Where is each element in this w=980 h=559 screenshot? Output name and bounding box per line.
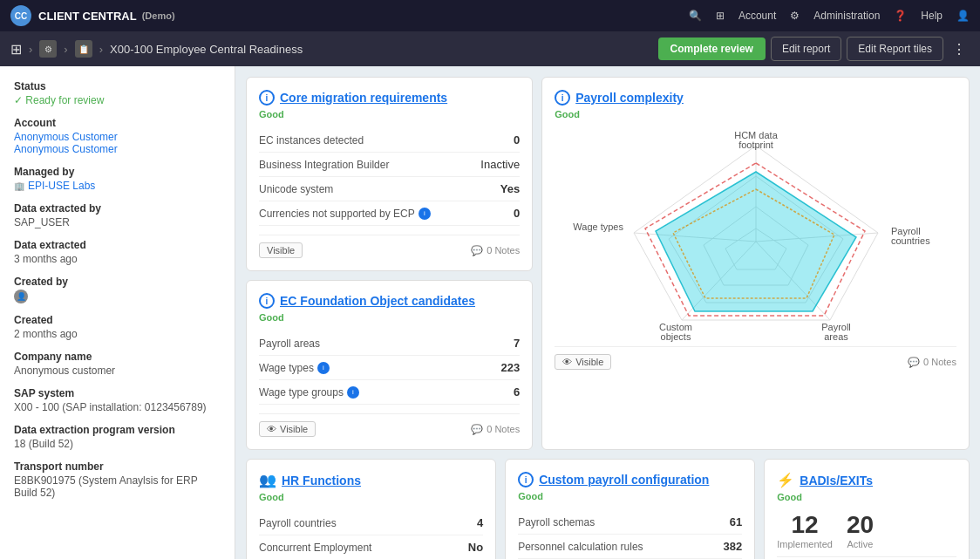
data-extracted-label: Data extracted (14, 239, 221, 251)
account-value-link[interactable]: Anonymous Customer (14, 143, 221, 155)
data-extracted-by-value: SAP_USER (14, 216, 221, 228)
account-label: Account (14, 117, 221, 129)
payroll-schemas-label: Payroll schemas (518, 516, 595, 528)
complete-review-button[interactable]: Complete review (658, 37, 766, 60)
sidebar-managed-section: Managed by 🏢 EPI-USE Labs (14, 166, 221, 192)
breadcrumb-sep3: › (99, 43, 103, 56)
edit-report-tiles-button[interactable]: Edit Report tiles (847, 37, 943, 61)
sidebar-version-section: Data extraction program version 18 (Buil… (14, 424, 221, 450)
badis-implemented-label: Implemented (777, 539, 833, 549)
top-nav: CC CLIENT CENTRAL (Demo) 🔍 ⊞ Account ⚙ A… (0, 0, 980, 31)
second-nav-left: ⊞ › ⚙ › 📋 › X00-100 Employee Central Rea… (10, 40, 303, 58)
core-migration-visible-btn[interactable]: Visible (259, 242, 303, 258)
card-row-1: i Core migration requirements Good EC in… (246, 77, 970, 450)
core-migration-info-icon[interactable]: i (259, 90, 275, 106)
account-link[interactable]: Anonymous Customer (14, 131, 221, 143)
user-icon[interactable]: 👤 (956, 10, 970, 22)
managed-by-value: EPI-USE Labs (28, 180, 95, 192)
payroll-complexity-header: i Payroll complexity (555, 90, 956, 106)
created-value: 2 months ago (14, 328, 221, 340)
report-icon[interactable]: 📋 (75, 40, 92, 58)
hr-functions-status: Good (259, 492, 483, 502)
wage-type-groups-label: Wage type groups i (259, 386, 359, 399)
hr-functions-people-icon: 👥 (259, 472, 276, 488)
concurrent-employment-row: Concurrent Employment No (259, 535, 483, 559)
help-nav-item[interactable]: Help (921, 10, 943, 22)
ec-foundation-title[interactable]: EC Foundation Object candidates (280, 294, 475, 308)
top-nav-right: 🔍 ⊞ Account ⚙ Administration ❓ Help 👤 (689, 10, 970, 22)
gear-icon[interactable]: ⚙ (790, 10, 800, 22)
edit-report-button[interactable]: Edit report (771, 37, 841, 61)
hr-functions-title[interactable]: HR Functions (282, 474, 361, 487)
radar-label-right2: countries (891, 235, 930, 246)
ec-foundation-header: i EC Foundation Object candidates (259, 293, 520, 309)
data-extracted-value: 3 months ago (14, 253, 221, 265)
wage-type-groups-info-dot[interactable]: i (347, 386, 359, 399)
ec-instances-row: EC instances detected 0 (259, 128, 520, 153)
main-layout: Status ✓ Ready for review Account Anonym… (0, 66, 980, 559)
notes-icon2: 💬 (471, 424, 483, 435)
wage-types-info-dot[interactable]: i (317, 362, 330, 374)
status-label: Status (14, 80, 221, 92)
wage-types-row: Wage types i 223 (259, 356, 520, 380)
hr-functions-header: 👥 HR Functions (259, 472, 483, 488)
payroll-areas-row: Payroll areas 7 (259, 331, 520, 356)
search-icon[interactable]: 🔍 (689, 10, 702, 22)
payroll-complexity-title[interactable]: Payroll complexity (575, 91, 684, 105)
custom-payroll-info-icon[interactable]: i (518, 472, 534, 487)
personnel-calc-rules-label: Personnel calculation rules (518, 541, 643, 553)
data-extraction-version-label: Data extraction program version (14, 424, 221, 436)
badis-title[interactable]: BADIs/EXITs (800, 474, 873, 487)
badis-active-number: 20 (847, 511, 874, 538)
core-migration-notes-btn[interactable]: 💬 0 Notes (471, 245, 520, 256)
badis-active-metric: 20 Active (847, 511, 874, 549)
more-options-button[interactable]: ⋮ (949, 37, 970, 61)
radar-label-br2: areas (824, 331, 848, 342)
managed-by-label: Managed by (14, 166, 221, 178)
notes-icon: 💬 (471, 245, 483, 256)
created-by-icon: 👤 (14, 290, 221, 303)
breadcrumb-sep2: › (64, 43, 67, 56)
grid-icon[interactable]: ⊞ (716, 10, 725, 22)
sidebar-created-section: Created 2 months ago (14, 314, 221, 340)
demo-badge: (Demo) (142, 10, 175, 21)
sidebar-account-section: Account Anonymous Customer Anonymous Cus… (14, 117, 221, 155)
company-name-label: Company name (14, 351, 221, 363)
sidebar-transport-section: Transport number E8BK901975 (System Anay… (14, 460, 221, 499)
badis-status: Good (777, 492, 956, 502)
radar-label-left: Wage types (573, 222, 623, 232)
radar-label-top2: footprint (738, 140, 773, 150)
help-icon[interactable]: ❓ (894, 10, 907, 22)
payroll-complexity-notes-btn[interactable]: 💬 0 Notes (908, 357, 956, 368)
core-migration-title[interactable]: Core migration requirements (280, 91, 447, 105)
ec-foundation-card: i EC Foundation Object candidates Good P… (246, 280, 533, 450)
badis-active-label: Active (847, 539, 874, 549)
unicode-value: Yes (500, 182, 520, 195)
administration-nav-item[interactable]: Administration (813, 10, 880, 22)
ec-foundation-visible-btn[interactable]: 👁 Visible (259, 421, 316, 437)
created-label: Created (14, 314, 221, 326)
radar-chart-container: HCM data footprint Payroll countries Pay… (555, 128, 956, 337)
bib-value: Inactive (480, 158, 520, 171)
app-name-text: CLIENT CENTRAL (38, 10, 137, 23)
ec-foundation-notes-btn[interactable]: 💬 0 Notes (471, 424, 520, 435)
custom-payroll-title[interactable]: Custom payroll configuration (539, 473, 709, 487)
sap-system-label: SAP system (14, 387, 221, 399)
managed-by-link[interactable]: 🏢 EPI-USE Labs (14, 180, 221, 192)
apps-grid-icon[interactable]: ⊞ (10, 41, 22, 58)
ec-foundation-info-icon[interactable]: i (259, 293, 275, 309)
settings-icon[interactable]: ⚙ (39, 40, 57, 58)
custom-payroll-status: Good (518, 491, 742, 501)
ec-instances-value: 0 (514, 133, 520, 147)
account-nav-item[interactable]: Account (738, 10, 776, 22)
currencies-info-dot[interactable]: i (419, 208, 431, 220)
badis-icon: ⚡ (777, 472, 794, 488)
payroll-complexity-status: Good (555, 109, 956, 119)
app-logo: CC (10, 5, 31, 26)
payroll-complexity-info-icon[interactable]: i (555, 90, 570, 106)
sidebar-company-section: Company name Anonymous customer (14, 351, 221, 377)
payroll-complexity-visible-btn[interactable]: 👁 Visible (555, 354, 611, 370)
concurrent-employment-label: Concurrent Employment (259, 542, 371, 554)
payroll-countries-row: Payroll countries 4 (259, 511, 483, 535)
payroll-schemas-value: 61 (730, 515, 742, 528)
